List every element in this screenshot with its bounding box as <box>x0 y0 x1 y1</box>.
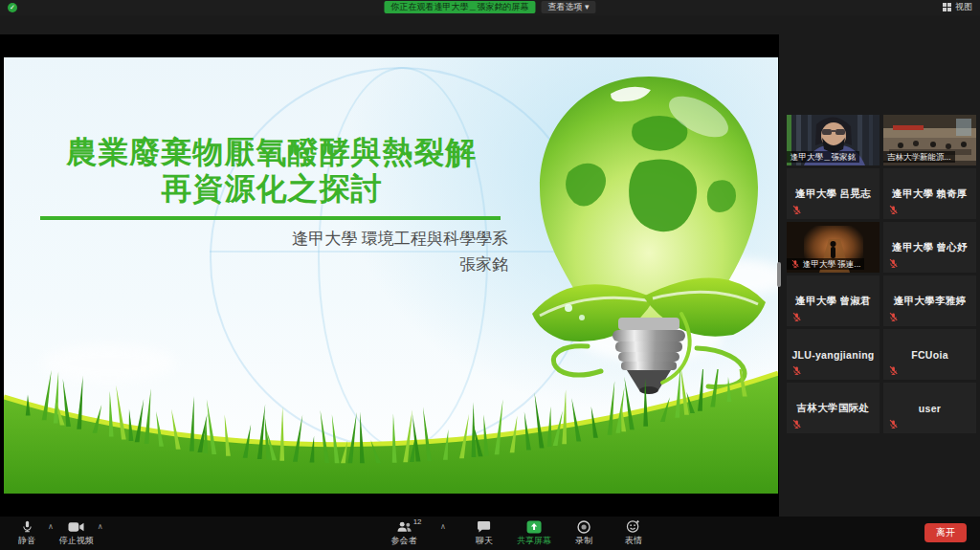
participant-tile[interactable]: 逢甲大學 曾淑君 <box>787 275 880 326</box>
reactions-button[interactable]: 表情 <box>616 519 651 545</box>
participants-count-badge: 12 <box>413 517 422 526</box>
muted-mic-icon <box>888 205 899 215</box>
participant-name: 吉林大学国际处 <box>787 402 880 415</box>
participants-icon: 12 <box>396 519 412 534</box>
share-screen-button[interactable]: 共享屏幕 <box>517 519 551 545</box>
participant-name: JLU-yangjianing <box>787 349 880 361</box>
record-icon <box>575 519 591 534</box>
shared-screen-area: 農業廢棄物厭氧醱酵與熱裂解 再資源化之探討 逢甲大學 環境工程與科學學系 張家銘 <box>0 34 779 517</box>
camera-icon <box>68 519 84 534</box>
microphone-icon <box>19 519 35 534</box>
chat-bubble-icon <box>476 519 492 534</box>
participant-tile[interactable]: 逢甲大學＿張家銘 <box>787 115 880 165</box>
participants-button[interactable]: 12 参会者 <box>387 519 421 545</box>
participants-sidebar: 逢甲大學＿張家銘 <box>783 15 980 517</box>
muted-mic-icon <box>888 419 899 429</box>
mute-options-chevron[interactable]: ∧ <box>48 522 54 531</box>
participant-tiles: 逢甲大學＿張家銘 <box>787 115 976 433</box>
share-screen-icon <box>525 519 542 534</box>
slide-subtitle-department: 逢甲大學 環境工程與科學學系 <box>135 226 508 252</box>
view-button-label: 视图 <box>955 1 972 13</box>
participants-label: 参会者 <box>391 536 417 545</box>
muted-mic-icon <box>791 312 802 322</box>
muted-mic-icon <box>888 258 899 269</box>
participants-options-chevron[interactable]: ∧ <box>440 522 446 531</box>
slide-title: 農業廢棄物厭氧醱酵與熱裂解 再資源化之探討 <box>21 134 523 207</box>
chat-button[interactable]: 聊天 <box>467 519 501 545</box>
muted-mic-icon <box>888 365 899 376</box>
participant-tile[interactable]: 吉林大学新能源... <box>883 115 976 165</box>
view-button[interactable]: 视图 <box>943 1 972 13</box>
participant-tile[interactable]: FCUoia <box>883 329 976 380</box>
leave-meeting-button[interactable]: 离开 <box>924 523 967 542</box>
stop-video-button[interactable]: 停止视频 <box>59 519 94 545</box>
participant-name-label: 逢甲大學＿張家銘 <box>787 151 859 163</box>
grid-view-icon <box>943 3 951 11</box>
participant-tile[interactable]: 逢甲大學 張連... <box>787 222 880 273</box>
meeting-toolbar: 静音 ∧ 停止视频 ∧ <box>0 517 980 550</box>
participant-tile[interactable]: JLU-yangjianing <box>787 329 880 380</box>
share-screen-label: 共享屏幕 <box>517 536 551 545</box>
slide-title-line1: 農業廢棄物厭氧醱酵與熱裂解 <box>21 134 523 170</box>
participant-name: 逢甲大學 賴奇厚 <box>883 187 976 201</box>
stop-video-label: 停止视频 <box>59 536 94 545</box>
grass-illustration <box>4 369 778 494</box>
presentation-slide: 農業廢棄物厭氧醱酵與熱裂解 再資源化之探討 逢甲大學 環境工程與科學學系 張家銘 <box>4 57 778 494</box>
participant-tile[interactable]: user <box>883 383 976 433</box>
participant-name: 逢甲大學李雅婷 <box>883 295 976 308</box>
reactions-label: 表情 <box>625 536 642 545</box>
muted-mic-icon <box>791 419 802 429</box>
muted-mic-icon <box>791 259 800 269</box>
slide-subtitle-author: 張家銘 <box>135 252 508 277</box>
participant-tile[interactable]: 吉林大学国际处 <box>787 383 880 433</box>
participant-name: 逢甲大學 曾心妤 <box>883 241 976 254</box>
meeting-content: 農業廢棄物厭氧醱酵與熱裂解 再資源化之探討 逢甲大學 環境工程與科學學系 張家銘 <box>0 15 980 517</box>
muted-mic-icon <box>791 205 802 215</box>
mute-button[interactable]: 静音 <box>10 519 44 545</box>
view-options-dropdown[interactable]: 查看选项 ▾ <box>541 1 595 13</box>
participant-tile[interactable]: 逢甲大學 呂晃志 <box>787 168 880 219</box>
video-options-chevron[interactable]: ∧ <box>98 522 103 531</box>
participant-name: 逢甲大學 呂晃志 <box>787 187 880 201</box>
chat-label: 聊天 <box>476 536 493 545</box>
record-button[interactable]: 录制 <box>567 519 601 545</box>
earth-bulb-illustration <box>519 67 778 404</box>
mute-label: 静音 <box>18 536 35 545</box>
slide-subtitle: 逢甲大學 環境工程與科學學系 張家銘 <box>135 226 508 277</box>
zoom-app: ✓ 你正在观看逢甲大學＿張家銘的屏幕 查看选项 ▾ 视图 <box>0 0 980 550</box>
sidebar-drag-handle[interactable] <box>777 262 781 287</box>
viewing-screen-banner: 你正在观看逢甲大學＿張家銘的屏幕 <box>384 1 535 13</box>
participant-name: user <box>883 403 976 414</box>
meeting-top-bar: ✓ 你正在观看逢甲大學＿張家銘的屏幕 查看选项 ▾ 视图 <box>0 0 980 15</box>
participant-tile[interactable]: 逢甲大學李雅婷 <box>883 275 976 326</box>
muted-mic-icon <box>888 312 899 322</box>
record-label: 录制 <box>575 536 592 545</box>
slide-title-line2: 再資源化之探討 <box>21 170 523 207</box>
participant-name: FCUoia <box>883 349 976 361</box>
participant-name: 逢甲大學 曾淑君 <box>787 295 880 308</box>
participant-name-label: 吉林大学新能源... <box>883 151 955 163</box>
emoji-icon <box>625 519 641 534</box>
participant-name-label: 逢甲大學 張連... <box>787 258 864 270</box>
title-underline <box>40 216 501 220</box>
participant-tile[interactable]: 逢甲大學 賴奇厚 <box>883 168 976 219</box>
muted-mic-icon <box>791 365 802 376</box>
security-shield-icon[interactable]: ✓ <box>8 3 17 12</box>
participant-tile[interactable]: 逢甲大學 曾心妤 <box>883 222 976 273</box>
